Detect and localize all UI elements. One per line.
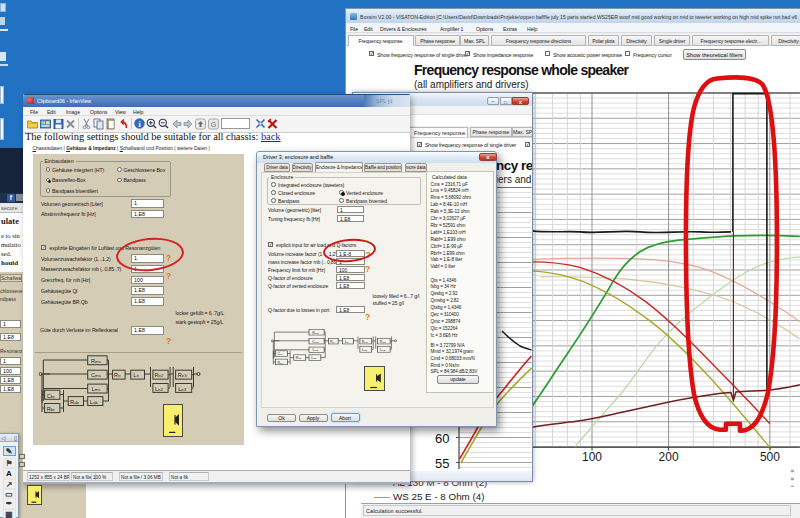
svg-text:Le2: Le2 <box>362 348 368 352</box>
svg-text:Lms: Lms <box>91 386 101 392</box>
svg-text:Cbr: Cbr <box>278 353 283 357</box>
svg-text:Cms: Cms <box>312 340 319 344</box>
svg-text:Le3: Le3 <box>178 386 187 392</box>
svg-text:Rbr: Rbr <box>47 406 55 412</box>
svg-text:Rab: Rab <box>70 399 79 405</box>
svg-text:Rbr: Rbr <box>278 361 283 365</box>
svg-text:Lab: Lab <box>90 399 99 405</box>
svg-text:100: 100 <box>582 450 602 464</box>
svg-text:Rab: Rab <box>296 357 302 361</box>
svg-text:Re2: Re2 <box>362 340 368 344</box>
svg-text:Lms: Lms <box>313 349 320 353</box>
svg-text:60: 60 <box>435 431 449 446</box>
svg-text:Re2: Re2 <box>155 372 164 378</box>
svg-text:Le: Le <box>345 340 349 344</box>
svg-text:Re: Re <box>114 372 121 378</box>
svg-text:Re3: Re3 <box>380 340 386 344</box>
svg-text:Le2: Le2 <box>155 386 164 392</box>
svg-text:G: G <box>211 120 216 127</box>
svg-text:Lab: Lab <box>311 357 317 361</box>
svg-text:Le: Le <box>133 372 139 378</box>
svg-text:Re3: Re3 <box>178 372 187 378</box>
svg-text:Rms: Rms <box>91 358 102 364</box>
svg-text:Re: Re <box>330 340 335 344</box>
svg-text:500: 500 <box>760 450 780 464</box>
svg-text:200: 200 <box>659 450 679 464</box>
svg-text:55: 55 <box>435 456 449 470</box>
svg-text:Rms: Rms <box>312 331 319 335</box>
svg-text:Cms: Cms <box>91 372 102 378</box>
svg-text:Cbr: Cbr <box>47 393 55 399</box>
svg-text:Le3: Le3 <box>380 348 386 352</box>
